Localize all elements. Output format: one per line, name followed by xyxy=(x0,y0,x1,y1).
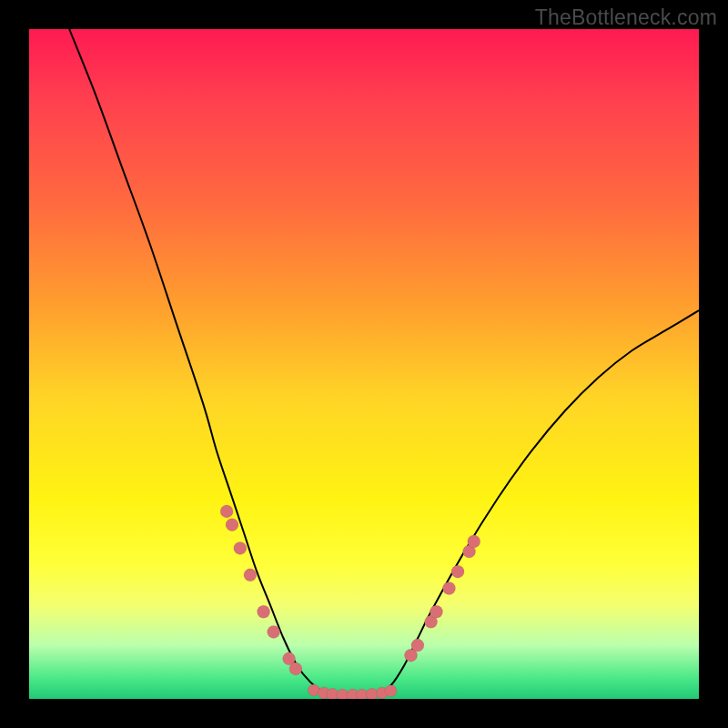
data-marker xyxy=(289,662,302,675)
data-marker xyxy=(226,519,238,531)
data-marker xyxy=(220,505,233,518)
data-marker xyxy=(385,685,397,697)
data-marker xyxy=(468,535,480,548)
data-marker xyxy=(244,569,257,581)
watermark-text: TheBottleneck.com xyxy=(535,5,717,30)
marker-cluster-right xyxy=(405,535,480,662)
data-marker xyxy=(411,639,424,652)
marker-cluster-bottom xyxy=(308,684,397,699)
data-marker xyxy=(258,605,270,618)
plot-area xyxy=(29,29,699,699)
data-marker xyxy=(268,625,280,638)
bottleneck-curve-path xyxy=(69,29,699,696)
marker-cluster-left xyxy=(220,505,302,675)
data-marker xyxy=(234,541,247,554)
data-marker xyxy=(430,605,442,618)
data-marker xyxy=(442,582,455,595)
curve-svg xyxy=(29,29,699,699)
chart-stage: TheBottleneck.com xyxy=(0,0,728,728)
data-marker xyxy=(451,565,464,578)
